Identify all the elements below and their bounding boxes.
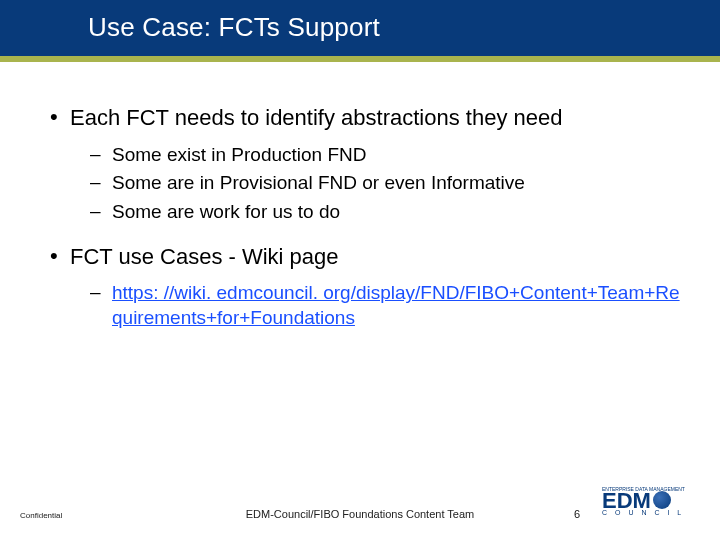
- bullet-text: Each FCT needs to identify abstractions …: [70, 104, 680, 133]
- bullet-link-wrapper: https: //wiki. edmcouncil. org/display/F…: [112, 281, 680, 330]
- bullet-dash-icon: –: [90, 200, 112, 225]
- edm-council-logo: ENTERPRISE DATA MANAGEMENT EDM C O U N C…: [602, 486, 702, 522]
- page-number: 6: [574, 508, 580, 520]
- logo-main-text: EDM: [602, 491, 651, 511]
- bullet-level1: • FCT use Cases - Wiki page: [50, 243, 680, 272]
- slide-title: Use Case: FCTs Support: [88, 12, 380, 43]
- wiki-link[interactable]: https: //wiki. edmcouncil. org/display/F…: [112, 282, 680, 328]
- bullet-text: Some are in Provisional FND or even Info…: [112, 171, 680, 196]
- slide-body: • Each FCT needs to identify abstraction…: [50, 104, 680, 335]
- bullet-text: FCT use Cases - Wiki page: [70, 243, 680, 272]
- bullet-level1: • Each FCT needs to identify abstraction…: [50, 104, 680, 133]
- bullet-dash-icon: –: [90, 143, 112, 168]
- bullet-level2: – Some are in Provisional FND or even In…: [90, 171, 680, 196]
- bullet-level2: – Some exist in Production FND: [90, 143, 680, 168]
- bullet-level2: – https: //wiki. edmcouncil. org/display…: [90, 281, 680, 330]
- bullet-level2: – Some are work for us to do: [90, 200, 680, 225]
- bullet-dash-icon: –: [90, 281, 112, 330]
- bullet-dot-icon: •: [50, 243, 70, 272]
- bullet-text: Some are work for us to do: [112, 200, 680, 225]
- accent-strip: [0, 56, 720, 62]
- logo-sub-text: C O U N C I L: [602, 509, 702, 516]
- bullet-dash-icon: –: [90, 171, 112, 196]
- slide: Use Case: FCTs Support • Each FCT needs …: [0, 0, 720, 540]
- bullet-text: Some exist in Production FND: [112, 143, 680, 168]
- bullet-dot-icon: •: [50, 104, 70, 133]
- globe-icon: [653, 491, 671, 509]
- footer: Confidential EDM-Council/FIBO Foundation…: [0, 486, 720, 526]
